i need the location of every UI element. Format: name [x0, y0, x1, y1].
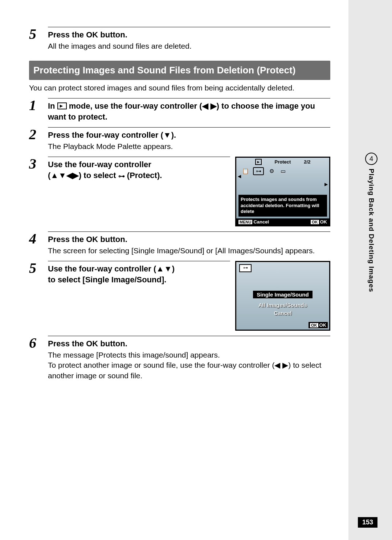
- screen-page-indicator: 2/2: [304, 159, 310, 165]
- lcd-screen-select: ⊶ Single Image/Sound All Images/Sounds C…: [235, 261, 330, 331]
- step-number: 5: [29, 27, 48, 51]
- menu-tag: MENU: [238, 220, 252, 224]
- protect-key-icon: ⊶: [118, 172, 125, 181]
- step-description: The Playback Mode Palette appears.: [48, 141, 330, 152]
- step-heading: Press the OK button.: [48, 338, 330, 349]
- step-heading: Press the four-way controller (▼).: [48, 130, 330, 141]
- ok-button-label: OK: [86, 338, 98, 349]
- ok-tag: OK: [311, 220, 319, 224]
- ok-button-label: OK: [86, 29, 98, 40]
- step-3: 3 Use the four-way controller (▲▼◀▶) to …: [29, 157, 330, 226]
- step-heading: In mode, use the four-way controller (◀ …: [48, 101, 330, 122]
- chapter-number: 4: [365, 153, 377, 165]
- step-description: All the images and sound files are delet…: [48, 41, 330, 51]
- cancel-label: Cancel: [253, 219, 269, 225]
- menu-option: All Images/Sounds: [236, 302, 329, 308]
- step-rule: [48, 27, 330, 27]
- step-5: 5 Use the four-way controller (▲▼) to se…: [29, 261, 330, 331]
- step-number: 4: [29, 231, 48, 256]
- ok-tag: OK: [310, 323, 318, 327]
- chapter-title: Playing Back and Deleting Images: [367, 169, 375, 292]
- step-rule: [48, 261, 230, 261]
- screen-description: Protects images and sounds from accident…: [238, 195, 327, 217]
- menu-option-selected: Single Image/Sound: [253, 291, 312, 298]
- step-heading: Press the OK button.: [48, 234, 330, 245]
- left-arrow-icon: ◀: [238, 174, 241, 179]
- step-heading: Press the OK button.: [48, 29, 330, 40]
- page-number: 153: [358, 517, 377, 528]
- step-rule: [48, 336, 330, 336]
- step-number: 1: [29, 98, 48, 122]
- ok-label: OK: [320, 219, 327, 225]
- step-heading: Use the four-way controller (▲▼) to sele…: [48, 263, 230, 285]
- step-heading: Use the four-way controller (▲▼◀▶) to se…: [48, 159, 230, 181]
- step-number: 5: [29, 261, 48, 331]
- ok-label: OK: [319, 322, 327, 328]
- chapter-tab: 4 Playing Back and Deleting Images: [365, 153, 377, 292]
- step-description: The message [Protects this image/sound] …: [48, 350, 330, 381]
- step-rule: [48, 127, 330, 128]
- manual-page: 5 Press the OK button. All the images an…: [0, 0, 348, 540]
- right-arrow-icon: ▶: [324, 182, 328, 187]
- section-title: Protecting Images and Sound Files from D…: [29, 61, 330, 80]
- step-4: 4 Press the OK button. The screen for se…: [29, 231, 330, 256]
- step-description: The screen for selecting [Single Image/S…: [48, 246, 330, 256]
- step-rule: [48, 231, 330, 232]
- palette-icon-protect: ⊶: [253, 167, 264, 175]
- palette-icons: 📋 ⊶ ⚙ ▭: [236, 166, 329, 175]
- step-6: 6 Press the OK button. The message [Prot…: [29, 336, 330, 381]
- menu-option: Cancel: [236, 310, 329, 316]
- step-2: 2 Press the four-way controller (▼). The…: [29, 127, 330, 152]
- step-number: 3: [29, 157, 48, 226]
- playback-icon: ▸: [255, 159, 262, 165]
- step-number: 6: [29, 336, 48, 381]
- palette-icon: ⚙: [268, 168, 275, 174]
- step-rule: [48, 157, 230, 157]
- step-number: 2: [29, 127, 48, 152]
- step-1: 1 In mode, use the four-way controller (…: [29, 98, 330, 122]
- step-5-delete: 5 Press the OK button. All the images an…: [29, 27, 330, 51]
- ok-button-label: OK: [86, 234, 98, 245]
- palette-icon: ▭: [279, 168, 287, 174]
- screen-title: Protect: [275, 159, 291, 165]
- section-intro: You can protect stored images and sound …: [29, 83, 330, 93]
- lcd-screen-palette: ▸ Protect 2/2 ◀ 📋 ⊶ ⚙ ▭ ▶ Protects image…: [235, 157, 330, 226]
- playback-mode-icon: [57, 102, 67, 109]
- palette-icon: 📋: [241, 168, 249, 174]
- protect-key-icon: ⊶: [239, 264, 252, 272]
- step-rule: [48, 98, 330, 98]
